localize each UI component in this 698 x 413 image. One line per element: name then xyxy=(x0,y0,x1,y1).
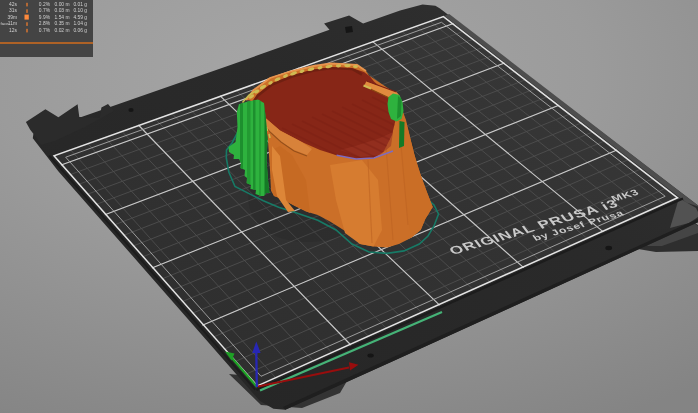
svg-text:39m: 39m xyxy=(7,15,17,20)
svg-text:0.2%: 0.2% xyxy=(39,2,51,7)
svg-text:31s: 31s xyxy=(9,8,17,13)
svg-text:face: face xyxy=(1,21,10,26)
svg-text:0.7%: 0.7% xyxy=(39,28,51,33)
svg-text:0.03 m: 0.03 m xyxy=(55,8,70,13)
svg-text:2.8%: 2.8% xyxy=(39,21,51,26)
svg-text:0.00 m: 0.00 m xyxy=(55,2,70,7)
svg-text:0.7%: 0.7% xyxy=(39,8,51,13)
svg-text:12s: 12s xyxy=(9,28,17,33)
svg-text:1.04 g: 1.04 g xyxy=(73,21,87,26)
svg-text:42s: 42s xyxy=(9,2,17,7)
svg-text:4.59 g: 4.59 g xyxy=(73,15,87,20)
svg-text:0.35 m: 0.35 m xyxy=(55,21,70,26)
svg-text:9.9%: 9.9% xyxy=(39,15,51,20)
svg-text:0.01 g: 0.01 g xyxy=(73,2,87,7)
svg-text:0.10 g: 0.10 g xyxy=(73,8,87,13)
svg-text:1.54 m: 1.54 m xyxy=(55,15,70,20)
svg-text:0.06 g: 0.06 g xyxy=(73,28,87,33)
svg-text:0.02 m: 0.02 m xyxy=(55,28,70,33)
svg-text:11m: 11m xyxy=(8,21,17,26)
